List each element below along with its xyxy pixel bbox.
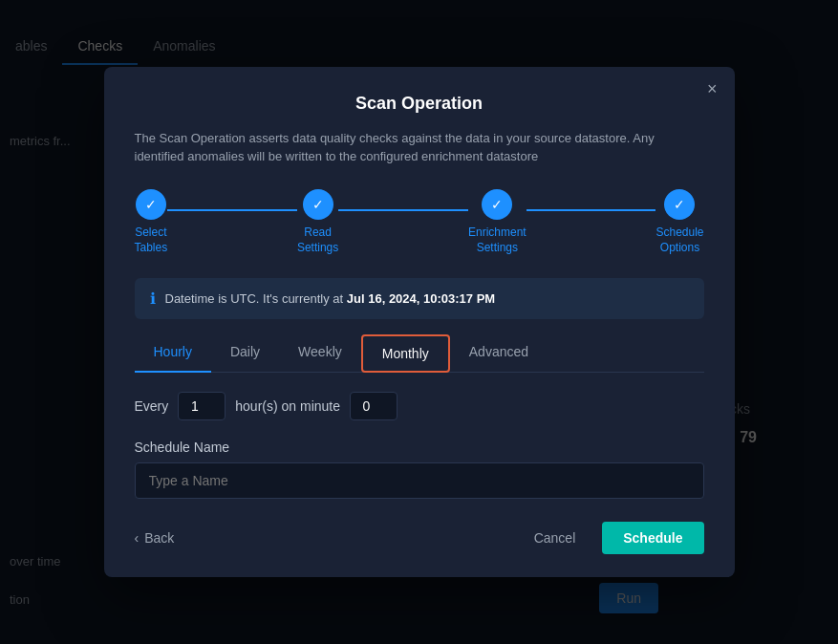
step-read-settings: ✓ ReadSettings — [297, 189, 338, 255]
step-1-label: SelectTables — [135, 225, 168, 255]
step-connector-3 — [526, 209, 656, 211]
tab-monthly[interactable]: Monthly — [361, 334, 450, 373]
hours-input[interactable] — [178, 392, 226, 420]
modal-footer: ‹ Back Cancel Schedule — [135, 522, 704, 554]
modal-dialog: × Scan Operation The Scan Operation asse… — [104, 67, 735, 577]
step-schedule-options: ✓ ScheduleOptions — [655, 189, 703, 255]
step-2-label: ReadSettings — [297, 225, 338, 255]
step-connector-2 — [338, 209, 468, 211]
info-icon: ℹ — [150, 290, 156, 308]
step-4-label: ScheduleOptions — [655, 225, 703, 255]
schedule-row: Every hour(s) on minute — [135, 392, 704, 420]
step-2-circle: ✓ — [303, 189, 333, 220]
info-text: Datetime is UTC. It's currently at Jul 1… — [165, 291, 496, 306]
back-button[interactable]: ‹ Back — [135, 530, 175, 546]
schedule-name-input[interactable] — [135, 462, 704, 499]
step-3-circle: ✓ — [482, 189, 512, 220]
schedule-tabs: Hourly Daily Weekly Monthly Advanced — [135, 334, 704, 373]
schedule-name-label: Schedule Name — [135, 440, 704, 455]
close-button[interactable]: × — [707, 80, 718, 97]
step-enrichment-settings: ✓ EnrichmentSettings — [468, 189, 526, 255]
stepper: ✓ SelectTables ✓ ReadSettings ✓ Enrichme… — [135, 189, 704, 255]
modal-overlay: × Scan Operation The Scan Operation asse… — [0, 0, 838, 644]
every-label: Every — [135, 398, 169, 414]
tab-advanced[interactable]: Advanced — [450, 334, 548, 373]
step-connector-1 — [167, 209, 297, 211]
minute-label: hour(s) on minute — [235, 398, 340, 414]
info-box: ℹ Datetime is UTC. It's currently at Jul… — [135, 278, 704, 319]
back-label: Back — [144, 530, 174, 546]
schedule-button[interactable]: Schedule — [602, 522, 703, 554]
step-3-label: EnrichmentSettings — [468, 225, 526, 255]
modal-title: Scan Operation — [135, 94, 704, 114]
step-select-tables: ✓ SelectTables — [135, 189, 168, 255]
tab-weekly[interactable]: Weekly — [279, 334, 361, 373]
modal-description: The Scan Operation asserts data quality … — [135, 129, 704, 166]
cancel-button[interactable]: Cancel — [519, 523, 591, 553]
tab-daily[interactable]: Daily — [211, 334, 279, 373]
footer-right: Cancel Schedule — [519, 522, 704, 554]
step-4-circle: ✓ — [664, 189, 695, 220]
tab-hourly[interactable]: Hourly — [135, 334, 211, 373]
step-1-circle: ✓ — [136, 189, 166, 220]
minute-input[interactable] — [350, 392, 398, 420]
info-datetime: Jul 16, 2024, 10:03:17 PM — [347, 291, 495, 306]
back-chevron-icon: ‹ — [135, 530, 140, 546]
